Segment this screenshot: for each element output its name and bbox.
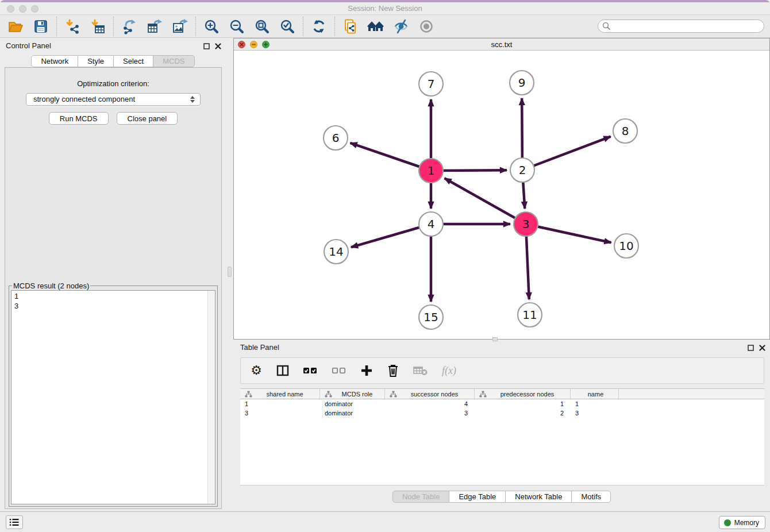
table-panel-header: Table Panel (233, 340, 770, 354)
control-panel: Control Panel Network Style Select MCDS … (0, 38, 226, 511)
memory-button[interactable]: Memory (719, 516, 765, 529)
mcds-panel: Optimization criterion: strongly connect… (5, 67, 222, 509)
network-canvas[interactable]: 1234678910111415 (234, 51, 769, 339)
column-label: predecessor nodes (487, 391, 568, 398)
table-toolbar: f(x) (240, 357, 764, 384)
mcds-result-group: MCDS result (2 nodes) 1 3 (9, 282, 218, 507)
window-titlebar: Session: New Session (0, 0, 770, 15)
open-session-icon[interactable] (7, 18, 24, 35)
tab-network[interactable]: Network (31, 55, 78, 67)
hide-selected-icon[interactable] (392, 18, 410, 35)
close-panel-icon[interactable] (215, 41, 221, 52)
task-history-button[interactable] (6, 515, 23, 529)
cell-successor-nodes: 3 (385, 408, 475, 418)
network-graph[interactable]: 1234678910111415 (234, 51, 769, 339)
import-table-icon[interactable] (89, 18, 106, 35)
tab-node-table[interactable]: Node Table (392, 491, 450, 503)
table-row[interactable]: 3 dominator 3 2 3 (240, 408, 764, 418)
refresh-layout-icon[interactable] (310, 18, 328, 35)
hierarchy-icon (245, 391, 252, 398)
table-panel-title: Table Panel (240, 343, 279, 352)
network-view-title: scc.txt (234, 40, 769, 49)
optimization-criterion-select[interactable]: strongly connected component (26, 93, 201, 106)
clone-network-icon[interactable] (342, 18, 359, 35)
graph-node-label: 7 (428, 77, 435, 91)
tab-motifs[interactable]: Motifs (572, 491, 611, 503)
graph-node-label: 10 (619, 239, 633, 253)
node-table: shared name MCDS role successor nodes pr… (240, 388, 764, 485)
result-scrollbar[interactable] (207, 291, 215, 504)
column-header-name[interactable]: name (571, 389, 619, 399)
memory-label: Memory (734, 519, 759, 527)
tab-select[interactable]: Select (114, 55, 153, 67)
tab-network-table[interactable]: Network Table (506, 491, 572, 503)
zoom-selected-icon[interactable] (279, 18, 296, 35)
graph-edge-2-8[interactable] (522, 137, 611, 170)
graph-edge-3-1[interactable] (445, 178, 526, 224)
application-window: Session: New Session (0, 0, 770, 532)
select-stepper-icon (190, 96, 195, 103)
column-label: name (575, 391, 616, 398)
control-panel-header: Control Panel (0, 38, 226, 53)
optimization-criterion-value: strongly connected component (33, 95, 135, 103)
tab-edge-table[interactable]: Edge Table (449, 491, 506, 503)
float-panel-icon[interactable] (203, 41, 210, 52)
graph-node-label: 3 (522, 217, 530, 231)
export-table-icon[interactable] (146, 18, 163, 35)
graph-node-label: 9 (518, 76, 526, 90)
cell-mcds-role: dominator (320, 408, 385, 418)
function-builder-icon: f(x) (442, 364, 456, 377)
graph-node-label: 1 (428, 164, 435, 178)
column-header-shared-name[interactable]: shared name (240, 389, 320, 399)
run-mcds-button[interactable]: Run MCDS (49, 112, 109, 125)
graph-node-label: 2 (519, 163, 526, 177)
column-header-successor-nodes[interactable]: successor nodes (385, 389, 475, 399)
first-neighbors-icon[interactable] (367, 18, 384, 35)
export-network-icon[interactable] (121, 18, 138, 35)
mcds-result-list[interactable]: 1 3 (11, 290, 215, 504)
table-settings-icon[interactable] (250, 364, 263, 377)
splitter-handle[interactable] (228, 267, 232, 277)
tab-mcds[interactable]: MCDS (153, 55, 194, 67)
save-session-icon[interactable] (32, 18, 49, 35)
show-all-icon[interactable] (418, 18, 435, 35)
export-image-icon[interactable] (171, 18, 188, 35)
delete-table-icon (413, 364, 428, 377)
search-icon (602, 22, 611, 33)
float-panel-icon[interactable] (748, 343, 754, 353)
table-tabs: Node Table Edge Table Network Table Moti… (233, 491, 770, 503)
cell-shared-name: 3 (240, 408, 320, 418)
list-icon (9, 518, 20, 526)
graph-edge-3-10[interactable] (526, 224, 611, 242)
table-panel: Table Panel (233, 340, 770, 511)
close-panel-icon[interactable] (759, 343, 765, 353)
hierarchy-icon (390, 391, 397, 398)
tab-style[interactable]: Style (78, 55, 114, 67)
control-panel-title: Control Panel (6, 41, 51, 50)
graph-node-label: 6 (332, 131, 340, 145)
main-area: Control Panel Network Style Select MCDS … (0, 38, 770, 511)
show-all-columns-icon[interactable] (303, 364, 318, 377)
graph-node-label: 15 (424, 310, 438, 324)
search-input[interactable] (598, 20, 764, 33)
zoom-in-icon[interactable] (203, 18, 220, 35)
delete-column-icon[interactable] (387, 364, 399, 377)
cell-mcds-role: dominator (320, 399, 385, 408)
column-header-mcds-role[interactable]: MCDS role (320, 389, 385, 399)
graph-node-label: 8 (622, 124, 629, 138)
zoom-fit-icon[interactable] (253, 18, 271, 35)
create-column-icon[interactable] (360, 364, 373, 377)
cell-predecessor-nodes: 1 (475, 399, 571, 408)
column-label: successor nodes (397, 391, 472, 398)
table-row[interactable]: 1 dominator 4 1 1 (240, 399, 764, 408)
hide-all-columns-icon[interactable] (332, 364, 346, 377)
close-panel-button[interactable]: Close panel (117, 112, 178, 125)
graph-edge-1-6[interactable] (351, 143, 431, 171)
select-columns-icon[interactable] (276, 364, 289, 377)
horizontal-splitter-handle[interactable] (492, 337, 498, 341)
network-view-window: scc.txt 1234678910111415 (233, 38, 770, 340)
zoom-out-icon[interactable] (228, 18, 245, 35)
import-network-icon[interactable] (64, 18, 81, 35)
optimization-criterion-label: Optimization criterion: (5, 79, 221, 88)
column-header-predecessor-nodes[interactable]: predecessor nodes (475, 389, 571, 399)
